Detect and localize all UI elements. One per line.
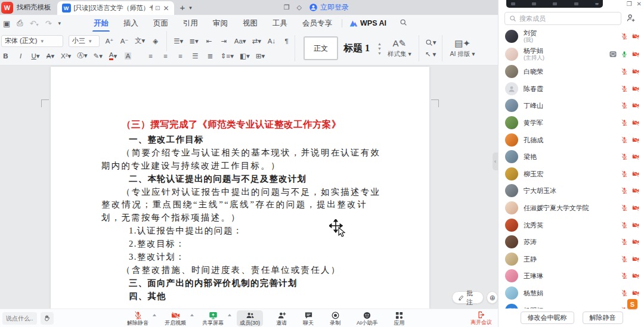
member-row[interactable]: 梁艳 xyxy=(499,148,644,166)
member-row[interactable]: 孔德成 xyxy=(499,131,644,148)
member-row[interactable]: 宁大胡玉冰 xyxy=(499,182,644,200)
login-button[interactable]: 立即登录 xyxy=(309,2,349,13)
camera-off-icon[interactable] xyxy=(632,85,639,92)
panel-restore-icon[interactable]: ❐ xyxy=(627,1,632,7)
raise-hand-button[interactable] xyxy=(41,312,54,325)
tab-list-chevron-icon[interactable]: ▾ xyxy=(189,5,192,11)
zoom-in-button[interactable]: ⊕ xyxy=(487,291,498,304)
highlight-icon[interactable]: ✎▾ xyxy=(94,51,103,61)
mic-off-icon[interactable] xyxy=(621,119,628,126)
italic-icon[interactable]: I xyxy=(16,51,25,61)
member-row[interactable]: 苏涛 xyxy=(499,233,644,251)
camera-off-icon[interactable] xyxy=(632,119,639,126)
chevron-up-icon[interactable] xyxy=(153,314,156,316)
camera-off-icon[interactable] xyxy=(632,170,639,177)
meeting-button-share-screen[interactable]: 共享屏幕 xyxy=(199,310,227,326)
skin-icon[interactable]: ◇ xyxy=(297,4,302,11)
camera-off-icon[interactable] xyxy=(632,256,639,263)
mic-off-icon[interactable] xyxy=(621,187,628,194)
mic-off-icon[interactable] xyxy=(621,136,628,144)
meeting-button-mic-off[interactable]: 解除静音 xyxy=(124,310,151,326)
change-case-icon[interactable]: Aa▾ xyxy=(234,36,246,46)
line-spacing-icon[interactable]: ⇕≡▾ xyxy=(221,51,234,61)
underline-icon[interactable]: U▾ xyxy=(31,51,40,61)
menu-item-开始[interactable]: 开始 xyxy=(92,16,110,31)
chevron-up-icon[interactable] xyxy=(190,314,194,316)
integration-mode-icon[interactable]: ❐ xyxy=(284,4,290,11)
menu-item-视图[interactable]: 视图 xyxy=(242,16,259,31)
search-icon[interactable] xyxy=(400,18,407,28)
mic-on-icon[interactable] xyxy=(621,51,628,58)
meeting-button-record[interactable]: 录制 xyxy=(327,310,343,326)
mic-off-icon[interactable] xyxy=(621,256,628,263)
member-row[interactable]: 黄学军 xyxy=(499,114,644,132)
align-right-icon[interactable]: ≡ xyxy=(176,51,185,61)
mic-off-icon[interactable] xyxy=(621,222,628,229)
justify-icon[interactable]: ☰ xyxy=(191,51,200,61)
new-tab-button[interactable]: + xyxy=(180,2,185,13)
meeting-button-camera-off[interactable]: 开启视频 xyxy=(162,310,189,326)
menu-item-插入[interactable]: 插入 xyxy=(122,16,140,31)
add-member-icon[interactable] xyxy=(626,13,636,24)
mini-toolbar-expand-icon[interactable]: ▾▾ xyxy=(595,2,598,7)
print-preview-icon[interactable]: ⎙ xyxy=(17,18,23,28)
text-effects-icon[interactable]: 文▾ xyxy=(135,36,145,46)
member-row[interactable]: 柳玉宏 xyxy=(499,166,644,183)
member-row[interactable]: 丁峰山 xyxy=(499,97,644,114)
mic-off-icon[interactable] xyxy=(621,153,628,160)
camera-off-icon[interactable] xyxy=(632,33,639,40)
style-heading1-button[interactable]: 标题 1 xyxy=(338,36,375,60)
style-gallery-arrows[interactable]: ▲▼▼ xyxy=(377,42,382,55)
clear-format-icon[interactable]: ◈ xyxy=(151,36,160,46)
menu-item-审阅[interactable]: 审阅 xyxy=(212,16,229,31)
camera-off-icon[interactable] xyxy=(632,272,639,279)
bold-icon[interactable]: B xyxy=(1,51,10,61)
meeting-button-apps[interactable]: 应用 xyxy=(391,310,408,326)
font-name-select[interactable]: 宋体 (正文)▾ xyxy=(1,35,63,47)
indent-icon[interactable]: ⇥ xyxy=(219,36,228,46)
document-area[interactable]: （三）撰写完成了《师范类专业认证整改工作方案》一、整改工作目标（简要介绍专业与认… xyxy=(0,66,498,309)
text-direction-icon[interactable]: ⇄▾ xyxy=(252,36,261,46)
floating-widget-icon[interactable]: S xyxy=(627,299,637,309)
style-normal-button[interactable]: 正文 xyxy=(304,36,338,60)
strikethrough-icon[interactable]: A▾ xyxy=(46,51,55,61)
member-row[interactable]: 陈春霞 xyxy=(499,80,644,98)
align-left-icon[interactable]: ≡ xyxy=(146,51,155,61)
share-mini-icon[interactable]: ⊡ xyxy=(155,5,160,11)
camera-off-icon[interactable] xyxy=(632,289,639,297)
character-shading-icon[interactable]: A xyxy=(123,51,132,61)
meeting-chat-input[interactable] xyxy=(2,312,37,325)
style-set-button[interactable]: A✎样式集 ▾ xyxy=(384,38,415,58)
camera-off-icon[interactable] xyxy=(632,222,639,229)
member-search-box[interactable] xyxy=(504,12,621,25)
camera-off-icon[interactable] xyxy=(632,68,639,75)
sort-icon[interactable]: A↓ xyxy=(267,36,276,46)
mic-off-icon[interactable] xyxy=(621,289,628,297)
camera-off-icon[interactable] xyxy=(632,51,639,58)
member-search-input[interactable] xyxy=(519,15,617,22)
camera-off-icon[interactable] xyxy=(632,204,639,211)
camera-off-icon[interactable] xyxy=(632,136,639,144)
border-icon[interactable]: ⊞▾ xyxy=(256,51,265,61)
camera-off-icon[interactable] xyxy=(632,153,639,160)
paragraph-layout-icon[interactable]: ¶ xyxy=(282,36,291,46)
meeting-button-chat[interactable]: 聊天 xyxy=(300,310,317,326)
document-tab[interactable]: W [只读]汉语言文学（师范）专... ⊡ ✕ xyxy=(57,1,174,15)
mic-off-icon[interactable] xyxy=(621,33,628,40)
toolbar-more-chevron-icon[interactable]: ▾ xyxy=(58,20,61,26)
bullet-list-icon[interactable]: ☰▾ xyxy=(174,36,183,46)
number-list-icon[interactable]: ≣▾ xyxy=(189,36,198,46)
align-center-icon[interactable]: ≡ xyxy=(161,51,170,61)
outdent-icon[interactable]: ⇤ xyxy=(205,36,213,46)
member-row[interactable]: 杨慧娟 xyxy=(499,285,644,302)
save-icon[interactable]: ▣ xyxy=(3,19,10,28)
superscript-icon[interactable]: X²▾ xyxy=(61,51,71,61)
find-icon[interactable]: ▾ xyxy=(425,38,436,47)
meeting-button-ai-assistant[interactable]: AI小助手 xyxy=(354,310,381,326)
mic-off-icon[interactable] xyxy=(621,85,628,92)
undo-icon[interactable]: ↶▾ xyxy=(30,19,39,28)
member-row[interactable]: 王静 xyxy=(499,251,644,268)
tab-close-icon[interactable]: ✕ xyxy=(163,4,169,13)
unmute-button[interactable]: 解除静音 xyxy=(583,312,623,324)
member-row[interactable]: 白晓荣 xyxy=(499,63,644,80)
